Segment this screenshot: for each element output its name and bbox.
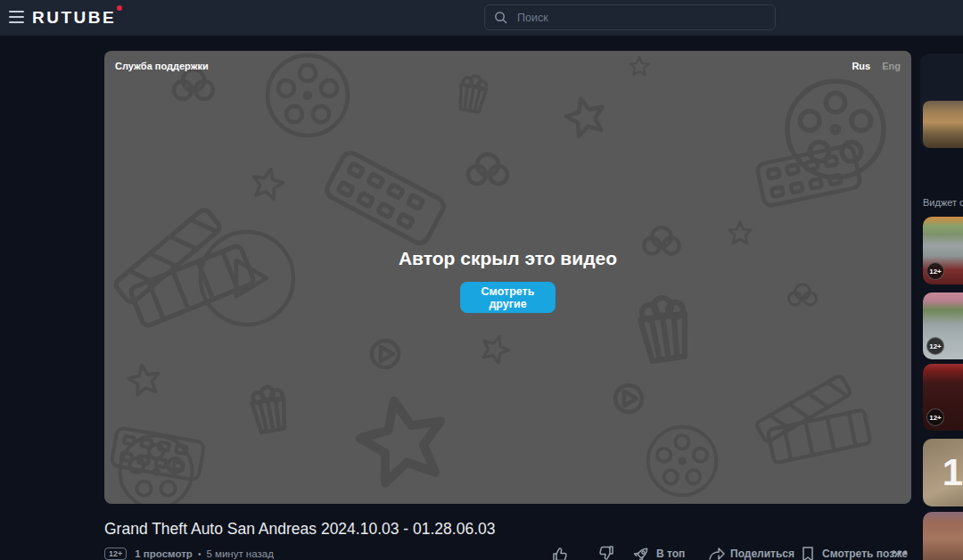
more-actions-button[interactable]: ••• (892, 545, 910, 558)
hidden-video-message-block: Автор скрыл это видео Смотреть другие (104, 248, 911, 313)
thumbnail-overlay-number: 1 (942, 451, 963, 494)
logo-text: RUTUBE (32, 8, 116, 27)
rutube-video-page: RUTUBE (0, 0, 963, 560)
video-thumbnail[interactable]: 12+ (923, 217, 963, 284)
view-count: 1 просмотр (135, 548, 193, 559)
video-meta-row: 12+ 1 просмотр • 5 минут назад (104, 548, 274, 560)
hidden-video-message: Автор скрыл это видео (104, 248, 911, 269)
video-thumbnail[interactable] (923, 512, 963, 560)
top-navigation-bar: RUTUBE (0, 0, 963, 36)
age-rating-badge: 12+ (926, 408, 944, 426)
search-icon (494, 11, 507, 24)
search-bar[interactable] (484, 4, 776, 30)
search-input[interactable] (515, 11, 766, 25)
video-thumbnail[interactable]: 12+ (923, 292, 963, 359)
widget-caption: Виджет серв (923, 197, 963, 208)
video-player-area: Служба поддержки Rus Eng Автор скрыл это… (104, 51, 911, 504)
thumbs-up-icon (551, 545, 569, 560)
lang-eng-button[interactable]: Eng (882, 61, 901, 71)
menu-button[interactable] (9, 11, 27, 25)
age-rating-badge: 12+ (926, 262, 944, 280)
ellipsis-icon: ••• (892, 545, 910, 558)
sidebar-widget-card (920, 54, 963, 148)
like-button[interactable] (551, 545, 569, 560)
share-button[interactable]: Поделиться (707, 545, 794, 560)
thumbs-down-icon (597, 545, 615, 560)
video-thumbnail[interactable] (923, 101, 963, 148)
language-switcher: Rus Eng (852, 61, 901, 71)
logo-red-dot-icon (117, 5, 122, 11)
in-top-label: В топ (656, 548, 685, 560)
upload-time: 5 минут назад (206, 548, 273, 559)
video-title: Grand Theft Auto San Andreas 2024.10.03 … (104, 520, 495, 539)
video-thumbnail[interactable]: 12+ (923, 364, 963, 431)
watch-others-button[interactable]: Смотреть другие (460, 282, 556, 313)
rocket-icon (633, 545, 651, 560)
hamburger-icon (9, 11, 24, 12)
dislike-button[interactable] (597, 545, 615, 560)
support-link[interactable]: Служба поддержки (115, 61, 209, 71)
meta-separator: • (198, 549, 202, 559)
bookmark-icon (799, 545, 817, 560)
rutube-logo[interactable]: RUTUBE (32, 8, 116, 28)
video-thumbnail[interactable]: 1 (923, 439, 963, 506)
share-arrow-icon (707, 545, 725, 560)
age-rating-badge: 12+ (926, 337, 944, 355)
share-label: Поделиться (730, 548, 794, 560)
age-rating-badge: 12+ (104, 548, 127, 560)
in-top-button[interactable]: В топ (633, 545, 685, 560)
lang-rus-button[interactable]: Rus (852, 61, 870, 71)
